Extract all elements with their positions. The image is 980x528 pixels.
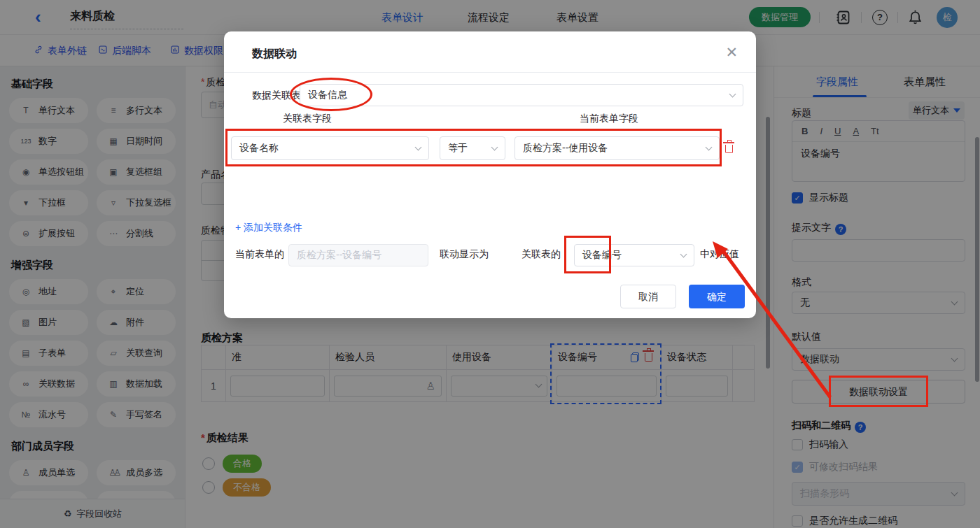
modal-title: 数据联动 [252, 47, 297, 62]
cancel-button[interactable]: 取消 [620, 285, 676, 308]
current-form-field-input[interactable]: 质检方案--设备编号 [288, 244, 428, 266]
linkage-display-label: 联动显示为 [440, 248, 489, 261]
chevron-down-icon [415, 143, 422, 150]
chevron-down-icon [729, 90, 736, 97]
relation-table-select[interactable]: 设备信息 [300, 84, 743, 106]
plus-icon: + [235, 222, 241, 233]
operator-select[interactable]: 等于 [440, 136, 505, 160]
display-field-select[interactable]: 设备编号 [574, 244, 694, 266]
delete-condition-icon[interactable] [725, 145, 733, 153]
close-icon[interactable]: ✕ [725, 44, 738, 61]
relation-field-select[interactable]: 设备名称 [231, 136, 429, 160]
confirm-button[interactable]: 确定 [689, 285, 745, 308]
operator-value: 等于 [448, 142, 468, 155]
add-condition-link[interactable]: + 添加关联条件 [235, 222, 302, 234]
data-linkage-modal: 数据联动 ✕ 数据关联表 设备信息 关联表字段 当前表单字段 设备名称 等于 质… [224, 31, 756, 318]
current-form-prefix-label: 当前表单的 [235, 248, 284, 261]
column-heading-relation-field: 关联表字段 [283, 113, 332, 125]
relation-table-label: 数据关联表 [252, 90, 301, 102]
column-heading-current-field: 当前表单字段 [580, 113, 638, 125]
chevron-down-icon [706, 143, 713, 150]
relation-table-value: 设备信息 [308, 89, 347, 101]
current-field-value: 质检方案--使用设备 [523, 142, 608, 155]
add-condition-label: 添加关联条件 [244, 222, 302, 233]
display-field-value: 设备编号 [582, 249, 622, 262]
corresponding-value-label: 中对应值 [700, 248, 739, 261]
chevron-down-icon [680, 250, 687, 257]
current-field-select[interactable]: 质检方案--使用设备 [514, 136, 720, 160]
placeholder-text: 质检方案--设备编号 [297, 249, 382, 262]
relation-table-of-label: 关联表的 [522, 248, 561, 261]
relation-field-value: 设备名称 [239, 142, 279, 155]
chevron-down-icon [491, 143, 498, 150]
modal-divider [224, 72, 756, 73]
form-designer-app: ‹ 来料质检 表单设计 流程设定 表单设置 数据管理 ? 检 表单外链 后端脚本… [0, 0, 980, 528]
